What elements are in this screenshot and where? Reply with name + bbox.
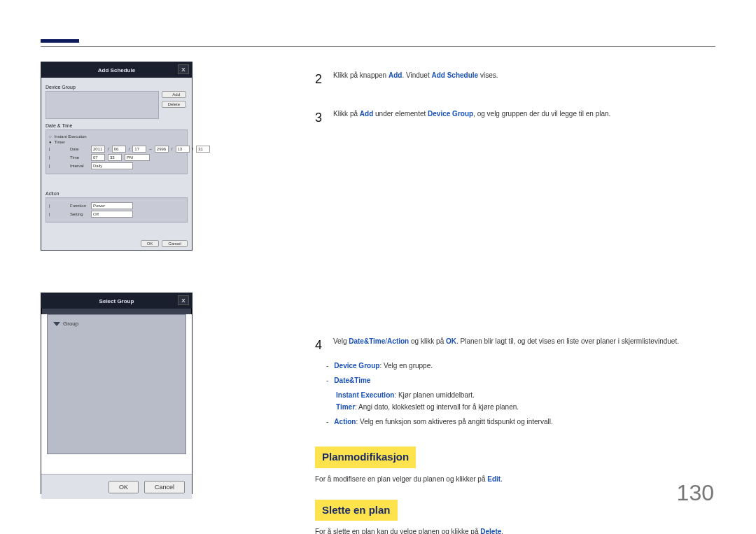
instant-exec-radio-label[interactable]: Instant Execution [55,134,87,139]
list-item: Device Group: Velg en gruppe. [326,360,714,371]
list-subitem: Timer: Angi dato, klokkeslett og interva… [336,402,714,412]
dialog-titlebar: Select Group X [41,293,192,309]
cancel-button[interactable]: Cancel [162,240,188,247]
close-icon[interactable]: X [178,64,189,74]
timer-radio-label[interactable]: Timer [55,140,65,144]
step-text: Klikk på knappen Add. Vinduet Add Schedu… [333,70,714,89]
heading-planmodifikasjon: Planmodifikasjon [315,447,416,468]
list-item: Action: Velg en funksjon som aktiveres p… [326,416,714,427]
header-rule [41,46,715,47]
time-ampm[interactable]: PM [125,154,150,161]
group-tree[interactable]: Group [47,314,186,454]
step-text: Velg Date&Time/Action og klikk på OK. Pl… [333,336,714,355]
group-node-label[interactable]: Group [63,321,78,327]
date-from-month[interactable]: 06 [112,146,126,153]
date-to-month[interactable]: 13 [176,146,190,153]
screenshot-select-group: Select Group X Group OK Cancel [41,293,192,494]
step-text: Klikk på Add under elementet Device Grou… [333,108,714,127]
delete-button[interactable]: Delete [162,101,186,108]
dialog-titlebar: Add Schedule X [41,62,192,78]
step-2: 2 Klikk på knappen Add. Vinduet Add Sche… [315,70,714,89]
paragraph: For å modifisere en plan velger du plane… [315,474,714,484]
date-from-day[interactable]: 17 [132,146,146,153]
cancel-button[interactable]: Cancel [144,481,185,493]
paragraph: For å slette en plan kan du velge planen… [315,526,714,534]
date-to-year[interactable]: 2996 [155,146,169,153]
list-item: Date&Time [326,375,714,386]
list-subitem: Instant Execution: Kjør planen umiddelba… [336,390,714,400]
step-3: 3 Klikk på Add under elementet Device Gr… [315,108,714,127]
page-number: 130 [677,480,714,506]
bullet-list: Device Group: Velg en gruppe. Date&Time … [315,360,714,427]
step-number: 2 [315,70,323,89]
ok-button[interactable]: OK [108,481,139,493]
time-label: Time [70,155,88,160]
interval-select[interactable]: Daily [91,162,133,169]
step-number: 3 [315,108,323,127]
device-group-label: Device Group [46,85,188,90]
dialog-title: Add Schedule [98,67,135,73]
step-number: 4 [315,336,323,355]
device-group-list[interactable] [46,91,159,119]
datetime-panel: ○Instant Execution ●Timer |Date 2011/ 06… [46,129,188,174]
setting-label: Setting [70,212,88,216]
action-label: Action [46,191,188,196]
dialog-title: Select Group [99,298,134,304]
expand-icon[interactable] [53,322,60,326]
action-panel: |Function Power |Setting Off [46,197,188,223]
header-accent [41,39,79,43]
date-from-year[interactable]: 2011 [91,146,105,153]
interval-label: Interval [70,164,88,168]
step-4: 4 Velg Date&Time/Action og klikk på OK. … [315,336,714,355]
time-hour[interactable]: 07 [91,154,105,161]
ok-button[interactable]: OK [141,240,160,247]
time-min[interactable]: 33 [108,154,122,161]
add-button[interactable]: Add [162,91,186,98]
instruction-text: 2 Klikk på knappen Add. Vinduet Add Sche… [315,70,714,534]
datetime-label: Date & Time [46,123,188,128]
function-label: Function [70,204,88,208]
heading-slette-en-plan: Slette en plan [315,500,398,521]
date-label: Date [70,147,88,151]
function-select[interactable]: Power [91,202,133,209]
screenshot-add-schedule: Add Schedule X Device Group Add Delete D… [41,62,192,251]
setting-select[interactable]: Off [91,211,133,218]
date-to-day[interactable]: 31 [196,146,210,153]
close-icon[interactable]: X [178,295,189,305]
